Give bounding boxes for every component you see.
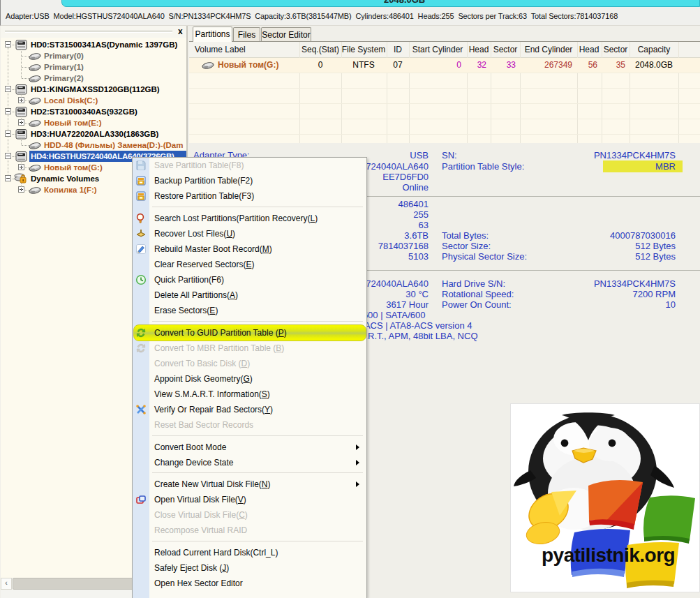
svg-text:pyatilistnik.org: pyatilistnik.org <box>542 544 675 566</box>
